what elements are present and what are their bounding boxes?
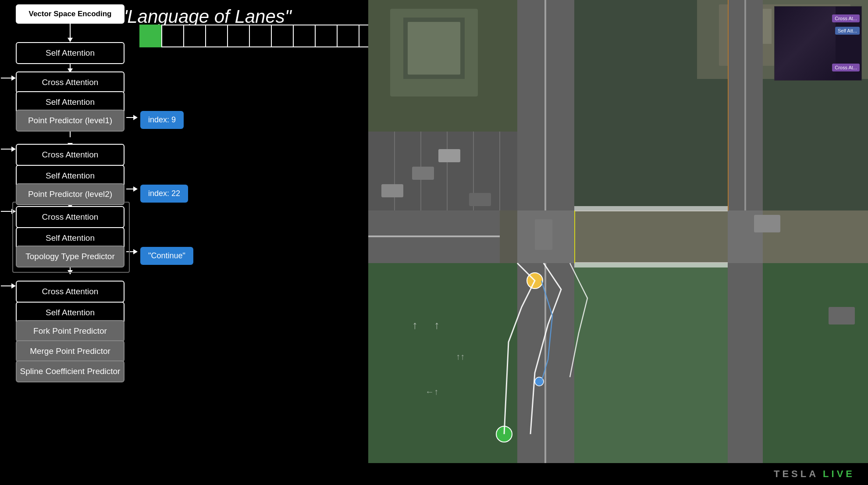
svg-text:←↑: ←↑ xyxy=(425,387,438,396)
token-cell-active xyxy=(139,25,162,47)
token-cell-9 xyxy=(337,25,359,47)
merge-predictor-label: Merge Point Predictor xyxy=(30,346,110,356)
svg-text:↑: ↑ xyxy=(434,319,440,331)
svg-rect-57 xyxy=(368,132,517,210)
point-predictor-2-label: Point Predictor (level2) xyxy=(28,189,112,199)
point-predictor-1-label: Point Predictor (level1) xyxy=(28,116,112,125)
svg-rect-51 xyxy=(500,210,517,263)
svg-rect-30 xyxy=(408,22,460,75)
token-cell-3 xyxy=(205,25,228,47)
fork-predictor: Fork Point Predictor xyxy=(16,320,125,342)
cross-attention-3-label: Cross Attention xyxy=(42,212,99,222)
continue-badge-label: "Continue" xyxy=(148,251,185,260)
pip-overlay: Cross At... Self Att... Cross At... xyxy=(774,6,862,81)
svg-rect-44 xyxy=(544,0,546,210)
tesla-brand: TESLA xyxy=(774,468,818,480)
left-panel: "Language of Lanes" Vector Space Encodin… xyxy=(0,0,368,485)
spline-predictor-label: Spline Coefficient Predictor xyxy=(20,367,121,376)
svg-rect-78 xyxy=(574,262,728,267)
token-cell-2 xyxy=(183,25,206,47)
svg-marker-11 xyxy=(133,186,138,192)
self-attention-5-label: Self Attention xyxy=(46,308,95,317)
svg-rect-64 xyxy=(412,167,434,180)
pip-inner: Cross At... Self Att... Cross At... xyxy=(775,7,861,80)
pip-item-1: Cross At... xyxy=(832,14,860,22)
point-predictor-1: Point Predictor (level1) xyxy=(16,110,125,132)
pip-item-2-label: Self Att... xyxy=(838,28,857,33)
token-cell-1 xyxy=(161,25,184,47)
svg-rect-52 xyxy=(574,210,728,263)
token-cell-5 xyxy=(249,25,272,47)
spline-predictor: Spline Coefficient Predictor xyxy=(16,360,125,382)
cross-attention-4-label: Cross Attention xyxy=(42,287,99,296)
svg-rect-69 xyxy=(829,307,855,325)
cross-attention-2-label: Cross Attention xyxy=(42,150,99,160)
pip-item-3: Cross At... xyxy=(832,64,860,71)
svg-rect-48 xyxy=(744,0,746,210)
self-attention-3-label: Self Attention xyxy=(46,171,95,181)
tesla-bar: TESLA LIVE xyxy=(368,463,868,485)
svg-text:↑: ↑ xyxy=(412,319,418,331)
self-attention-1: Self Attention xyxy=(16,42,125,64)
svg-rect-54 xyxy=(368,263,517,463)
svg-rect-79 xyxy=(574,210,575,263)
cross-attention-1-label: Cross Attention xyxy=(42,78,99,87)
index-badge-1-label: index: 9 xyxy=(148,115,176,125)
self-attention-2-label: Self Attention xyxy=(46,97,95,107)
pip-item-2: Self Att... xyxy=(835,27,860,35)
svg-marker-21 xyxy=(11,283,16,289)
cross-attention-2: Cross Attention xyxy=(16,144,125,166)
token-cell-4 xyxy=(227,25,250,47)
index-badge-1: index: 9 xyxy=(140,111,184,129)
svg-rect-77 xyxy=(574,206,728,211)
merge-predictor: Merge Point Predictor xyxy=(16,340,125,362)
pip-item-3-label: Cross At... xyxy=(835,65,857,70)
index-badge-2: index: 22 xyxy=(140,185,188,203)
token-bar xyxy=(140,25,403,47)
self-attention-1-label: Self Attention xyxy=(46,48,95,58)
token-cell-6 xyxy=(271,25,294,47)
pip-person xyxy=(775,7,836,80)
topology-predictor: Topology Type Predictor xyxy=(16,246,125,267)
self-attention-4-label: Self Attention xyxy=(46,233,95,243)
svg-rect-68 xyxy=(754,215,780,232)
svg-text:↑↑: ↑↑ xyxy=(456,352,465,361)
svg-marker-1 xyxy=(68,38,73,42)
svg-rect-63 xyxy=(381,184,403,197)
svg-marker-15 xyxy=(11,75,16,81)
cross-attention-4: Cross Attention xyxy=(16,281,125,303)
vector-encoding-label: Vector Space Encoding xyxy=(29,10,112,18)
token-cell-8 xyxy=(315,25,338,47)
svg-marker-25 xyxy=(133,249,138,254)
cross-attention-3: Cross Attention xyxy=(16,206,125,228)
token-cell-7 xyxy=(293,25,316,47)
svg-rect-80 xyxy=(728,0,729,210)
svg-rect-56 xyxy=(763,263,868,463)
topology-predictor-label: Topology Type Predictor xyxy=(25,252,115,261)
cross-attention-1: Cross Attention xyxy=(16,71,125,93)
svg-rect-55 xyxy=(574,263,728,463)
svg-rect-67 xyxy=(535,219,552,250)
fork-predictor-label: Fork Point Predictor xyxy=(33,326,107,336)
continue-badge: "Continue" xyxy=(140,247,193,265)
svg-marker-9 xyxy=(133,115,138,120)
svg-rect-47 xyxy=(728,263,763,463)
right-panel: ↑ ↑ ↑↑ ↑ xyxy=(368,0,868,485)
index-badge-2-label: index: 22 xyxy=(148,189,180,198)
svg-rect-66 xyxy=(469,193,491,206)
svg-marker-17 xyxy=(11,146,16,152)
vector-encoding-box: Vector Space Encoding xyxy=(16,4,125,24)
pip-item-1-label: Cross At... xyxy=(835,16,857,21)
svg-rect-65 xyxy=(438,149,460,162)
tesla-live: LIVE xyxy=(823,468,855,480)
